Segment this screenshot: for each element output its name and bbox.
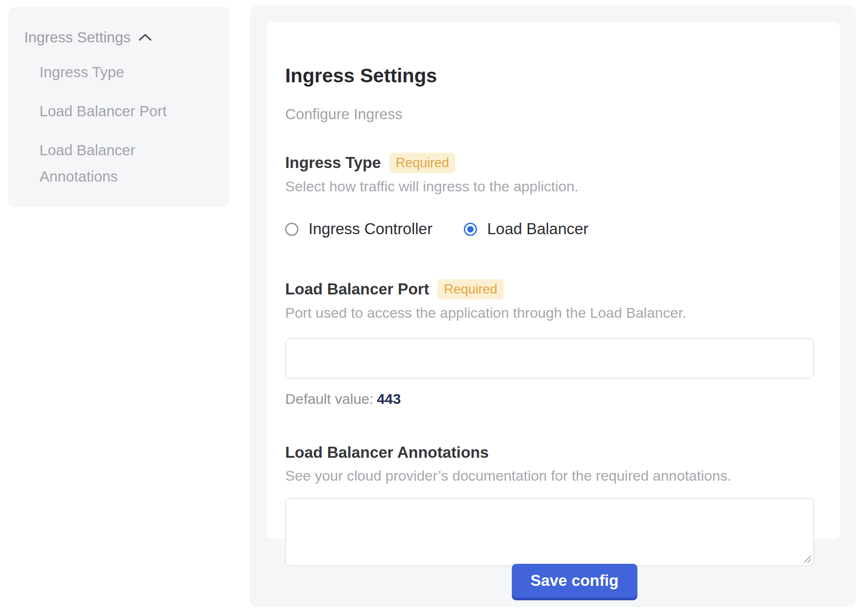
load-balancer-port-label: Load Balancer Port (285, 280, 429, 299)
load-balancer-annotations-description: See your cloud provider’s documentation … (285, 467, 815, 484)
resize-handle-icon[interactable] (802, 554, 812, 563)
section-load-balancer-port: Load Balancer Port Required Port used to… (285, 279, 815, 407)
ingress-controller-radio-label: Ingress Controller (309, 220, 432, 238)
ingress-type-description: Select how traffic will ingress to the a… (285, 177, 815, 195)
section-label-row: Ingress Type Required (285, 153, 815, 173)
ingress-controller-radio[interactable] (285, 223, 298, 236)
sidebar-group-ingress-settings[interactable]: Ingress Settings (24, 28, 212, 46)
ingress-type-radio-group: Ingress Controller Load Balancer (285, 220, 815, 238)
section-label-row: Load Balancer Annotations (285, 443, 815, 462)
settings-panel: Ingress Settings Configure Ingress Ingre… (250, 6, 856, 607)
load-balancer-port-input[interactable] (285, 339, 814, 378)
sidebar-item-load-balancer-port[interactable]: Load Balancer Port (39, 98, 205, 124)
ingress-settings-card: Ingress Settings Configure Ingress Ingre… (266, 22, 840, 539)
sidebar-item-ingress-type[interactable]: Ingress Type (39, 59, 205, 85)
load-balancer-annotations-textarea[interactable] (285, 498, 814, 566)
section-ingress-type: Ingress Type Required Select how traffic… (285, 153, 815, 238)
load-balancer-annotations-label: Load Balancer Annotations (285, 443, 489, 462)
required-badge: Required (438, 279, 504, 300)
sidebar-group-label: Ingress Settings (24, 28, 131, 46)
radio-option-load-balancer[interactable]: Load Balancer (464, 220, 589, 238)
default-value-label: Default value: (285, 391, 373, 407)
ingress-type-label: Ingress Type (285, 153, 381, 173)
default-value-line: Default value:443 (285, 390, 815, 407)
load-balancer-port-description: Port used to access the application thro… (285, 304, 815, 322)
load-balancer-radio-label: Load Balancer (487, 220, 589, 238)
page-title: Ingress Settings (285, 64, 815, 87)
load-balancer-radio[interactable] (464, 223, 477, 236)
sidebar-item-load-balancer-annotations[interactable]: Load Balancer Annotations (39, 137, 205, 190)
default-value: 443 (377, 391, 401, 407)
section-load-balancer-annotations: Load Balancer Annotations See your cloud… (285, 443, 815, 566)
chevron-up-icon (138, 33, 152, 42)
required-badge: Required (390, 153, 456, 173)
page-subtitle: Configure Ingress (285, 105, 815, 123)
annotations-textarea-wrap (285, 498, 814, 566)
section-label-row: Load Balancer Port Required (285, 279, 815, 300)
page: Ingress Settings Ingress Type Load Balan… (0, 0, 864, 616)
save-config-button[interactable]: Save config (512, 564, 637, 598)
sidebar-nav: Ingress Type Load Balancer Port Load Bal… (39, 59, 205, 190)
settings-nav-sidebar: Ingress Settings Ingress Type Load Balan… (8, 7, 229, 207)
radio-option-ingress-controller[interactable]: Ingress Controller (285, 220, 432, 238)
